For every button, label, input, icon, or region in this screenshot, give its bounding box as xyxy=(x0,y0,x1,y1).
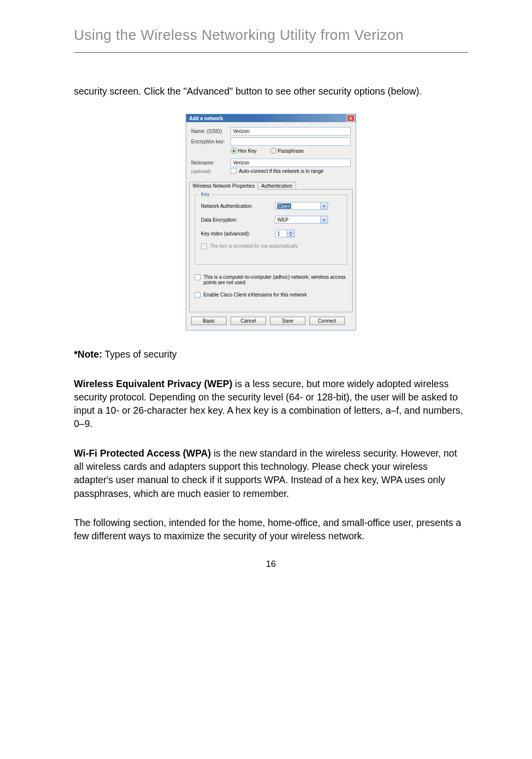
dialog-titlebar: Add a network × xyxy=(186,114,356,122)
passphrase-label: Passphrase xyxy=(278,148,304,154)
note-text: *Note: Types of security xyxy=(74,348,468,361)
data-encryption-value: WEP xyxy=(277,217,289,223)
key-index-label: Key index (advanced): xyxy=(201,231,275,236)
key-index-value: 1 xyxy=(275,230,287,237)
checkbox-icon xyxy=(195,292,200,298)
cisco-checkbox[interactable]: Enable Cisco Client eXtensions for this … xyxy=(195,292,347,298)
checkbox-icon xyxy=(195,274,200,280)
wep-paragraph: Wireless Equivalent Privacy (WEP) is a l… xyxy=(74,377,468,431)
passphrase-radio[interactable]: Passphrase xyxy=(270,148,304,154)
hex-key-radio[interactable]: Hex Key xyxy=(231,148,257,154)
autoconnect-checkbox[interactable]: Auto-connect if this network is in range xyxy=(231,168,324,174)
wpa-paragraph: Wi-Fi Protected Access (WPA) is the new … xyxy=(74,447,468,500)
key-legend: Key xyxy=(199,192,211,197)
data-encryption-select[interactable]: WEP ▾ xyxy=(275,216,328,224)
title-rule xyxy=(74,52,468,53)
adhoc-checkbox[interactable]: This is a computer-to-computer (adhoc) n… xyxy=(195,274,347,285)
connect-button[interactable]: Connect xyxy=(309,317,345,325)
encryption-key-input[interactable] xyxy=(231,137,351,146)
ssid-label: Name: (SSID) xyxy=(191,129,231,134)
add-network-dialog: Add a network × Name: (SSID) Encryption … xyxy=(186,114,356,330)
radio-icon xyxy=(270,148,276,154)
auto-key-label: The key is provided for me automatically xyxy=(210,243,298,249)
tab-authentication[interactable]: Authentication xyxy=(258,182,296,190)
optional-label: (optional) xyxy=(191,168,231,174)
dialog-title: Add a network xyxy=(189,116,223,121)
network-auth-select[interactable]: Open ▾ xyxy=(275,202,328,210)
radio-icon xyxy=(231,148,236,154)
network-auth-label: Network Authentication: xyxy=(201,203,275,209)
chevron-down-icon: ▾ xyxy=(320,202,328,209)
encryption-key-label: Encryption key: xyxy=(191,139,231,144)
basic-button[interactable]: Basic xyxy=(191,317,227,325)
nickname-label: Nickname: xyxy=(191,160,231,165)
chevron-down-icon: ▾ xyxy=(320,216,328,223)
close-icon[interactable]: × xyxy=(347,115,355,122)
hex-key-label: Hex Key xyxy=(238,148,257,154)
page-title: Using the Wireless Networking Utility fr… xyxy=(74,27,468,43)
spinner-up-icon[interactable]: ▲ xyxy=(287,230,294,234)
save-button[interactable]: Save xyxy=(270,317,305,325)
cisco-label: Enable Cisco Client eXtensions for this … xyxy=(203,292,307,297)
spinner-down-icon[interactable]: ▼ xyxy=(287,234,294,237)
adhoc-label: This is a computer-to-computer (adhoc) n… xyxy=(203,274,347,285)
tab-wireless-properties[interactable]: Wireless Network Properties xyxy=(189,182,258,190)
nickname-input[interactable] xyxy=(231,159,351,167)
checkbox-icon xyxy=(201,243,207,249)
data-encryption-label: Data Encryption: xyxy=(201,217,275,223)
intro-text: security screen. Click the "Advanced" bu… xyxy=(74,85,468,98)
autoconnect-label: Auto-connect if this network is in range xyxy=(239,168,324,174)
cancel-button[interactable]: Cancel xyxy=(231,317,266,325)
follow-paragraph: The following section, intended for the … xyxy=(74,516,468,543)
checkbox-icon xyxy=(231,168,236,174)
ssid-input[interactable] xyxy=(231,127,351,135)
page-number: 16 xyxy=(74,559,468,569)
key-index-spinner[interactable]: 1 ▲ ▼ xyxy=(275,230,295,237)
network-auth-value: Open xyxy=(277,203,291,209)
